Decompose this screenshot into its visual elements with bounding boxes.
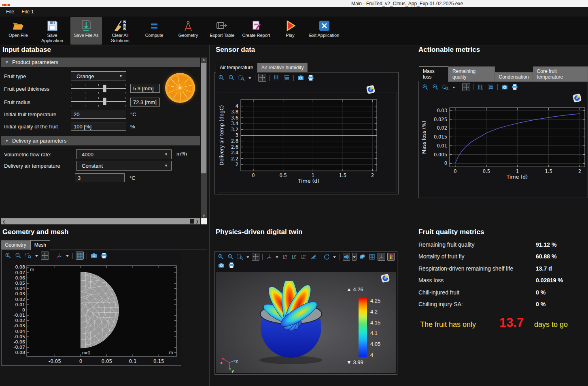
zoom-out-icon[interactable] [227,253,234,261]
zoom-in-icon[interactable] [4,252,12,260]
tab-air-temperature[interactable]: Air temperature [216,63,257,73]
sensor-data-title: Sensor data [216,46,255,54]
view-xz-icon[interactable]: xz [300,253,307,261]
save-file-as-button[interactable]: Save File As [70,17,102,45]
peel-thickness-slider[interactable] [71,83,126,94]
x-log-scale-icon[interactable] [272,74,280,82]
zoom-box-icon[interactable] [236,253,244,261]
scroll-up-icon[interactable]: ∧ [201,58,207,62]
caret-down-icon[interactable] [34,252,39,260]
caret-down-icon[interactable] [352,253,357,261]
fit-view-icon[interactable] [258,74,266,82]
camera-icon[interactable] [217,261,225,269]
delivery-air-temp-select[interactable]: Constant ▼ [76,161,172,171]
slider-thumb[interactable] [103,85,106,92]
3d-viewport[interactable]: ▲ 4.26 4.254.24.154.14.054 ▼ 3.99 x y z [216,272,396,373]
zoom-box-icon[interactable] [238,74,246,82]
zoom-in-icon[interactable] [217,74,225,82]
zoom-in-icon[interactable] [421,83,429,91]
create-report-button[interactable]: Create Report [240,17,272,45]
mesh-plot[interactable]: -0.0500.050.10.150.080.070.060.050.040.0… [4,263,179,366]
exit-application-button[interactable]: Exit Application [308,17,340,45]
open-file-button[interactable]: Open File [2,17,34,45]
tab-remaining-quality[interactable]: Remaining quality [448,66,495,82]
transparency-icon[interactable] [343,253,350,261]
slider-thumb[interactable] [103,98,106,105]
delivery-air-parameters-header[interactable]: ▼ Delivery air parameters [1,136,200,145]
sensor-chart[interactable]: 00.511.5222.22.42.62.833.23.43.63.84Time… [218,92,396,194]
axis-triad-icon[interactable] [378,253,385,261]
scroll-right-icon[interactable]: ❯ [195,220,200,224]
tab-core-fruit-temperature[interactable]: Core fruit temperature [533,66,588,82]
grid-icon[interactable] [368,253,376,261]
scroll-left-icon[interactable]: ❮ [1,220,6,224]
zoom-in-icon[interactable] [217,253,225,261]
caret-down-icon[interactable] [275,253,279,261]
menu-file-1[interactable]: File 1 [18,8,38,15]
tab-condensation[interactable]: Condensation [495,72,533,82]
y-log-scale-icon[interactable] [282,74,291,82]
scrollbar-thumb[interactable] [190,219,194,224]
perspective-icon[interactable] [310,253,317,261]
actionable-metrics-tabs: Mass lossRemaining qualityCondensationCo… [419,72,588,82]
caret-down-icon[interactable] [452,83,456,91]
toolbar-button-label: Export Table [210,33,235,38]
caret-down-icon[interactable] [248,74,252,82]
view-xy-icon[interactable]: xy [281,253,288,261]
fit-view-icon[interactable] [252,253,259,261]
scroll-down-icon[interactable]: ∨ [201,213,207,218]
tab-mesh[interactable]: Mesh [30,240,50,250]
fit-view-icon[interactable] [462,83,470,91]
initial-quality-input[interactable] [71,122,126,131]
tab-geometry[interactable]: Geometry [1,240,30,250]
svg-text:-0.01: -0.01 [14,313,25,318]
axis-orientation-icon[interactable] [265,253,273,261]
tab-mass-loss[interactable]: Mass loss [419,66,448,82]
horizontal-scrollbar[interactable]: ❮ ❯ [1,218,200,224]
play-button[interactable]: Play [274,17,306,45]
caret-down-icon[interactable] [65,252,70,260]
print-icon[interactable] [511,83,519,91]
zoom-out-icon[interactable] [431,83,439,91]
y-log-scale-icon[interactable] [486,83,495,91]
print-icon[interactable] [307,74,315,82]
camera-icon[interactable] [501,83,509,91]
axis-orientation-icon[interactable] [55,252,63,260]
fruit-radius-input[interactable] [130,98,160,107]
export-table-button[interactable]: Export Table [206,17,238,45]
fruit-type-select[interactable]: Orange ▼ [71,71,126,81]
fruit-radius-slider[interactable] [71,96,126,107]
product-parameters-header[interactable]: ▼ Product parameters [1,58,200,67]
save-application-button[interactable]: Save Application [36,17,68,45]
scrollbar-thumb[interactable] [201,63,206,173]
caret-down-icon[interactable] [332,253,336,261]
zoom-box-icon[interactable] [24,252,32,260]
scene-light-icon[interactable] [359,253,366,261]
camera-icon[interactable] [297,74,305,82]
geometry-button[interactable]: Geometry [172,17,204,45]
print-icon[interactable] [100,252,108,260]
view-yz-icon[interactable]: yz [291,253,298,261]
flow-rate-select[interactable]: 4000 ▼ [76,149,172,159]
print-icon[interactable] [227,261,236,269]
grid-icon[interactable] [76,252,84,260]
fit-view-icon[interactable] [41,252,49,260]
clear-all-solutions-button[interactable]: Clear All Solutions [104,17,136,45]
rotate-icon[interactable] [323,253,330,261]
zoom-out-icon[interactable] [227,74,236,82]
peel-thickness-input[interactable] [130,84,160,93]
vertical-scrollbar[interactable]: ∧ ∨ [201,58,207,218]
zoom-out-icon[interactable] [14,252,22,260]
mass-loss-chart[interactable]: 00.511.5200.0050.010.0150.020.0250.03Tim… [420,103,586,198]
zoom-box-icon[interactable] [442,83,450,91]
caret-down-icon[interactable] [246,253,250,261]
constant-temp-input[interactable] [75,173,125,182]
initial-temp-input[interactable] [71,110,126,119]
compute-button[interactable]: Compute [138,17,170,45]
camera-icon[interactable] [90,252,98,260]
tab-air-relative-humidity[interactable]: Air relative humidity [257,63,308,73]
geometry-mesh-title: Geometry and mesh [2,228,68,236]
x-log-scale-icon[interactable] [476,83,484,91]
menu-file[interactable]: File [2,8,18,15]
color-legend-icon[interactable] [387,253,395,261]
